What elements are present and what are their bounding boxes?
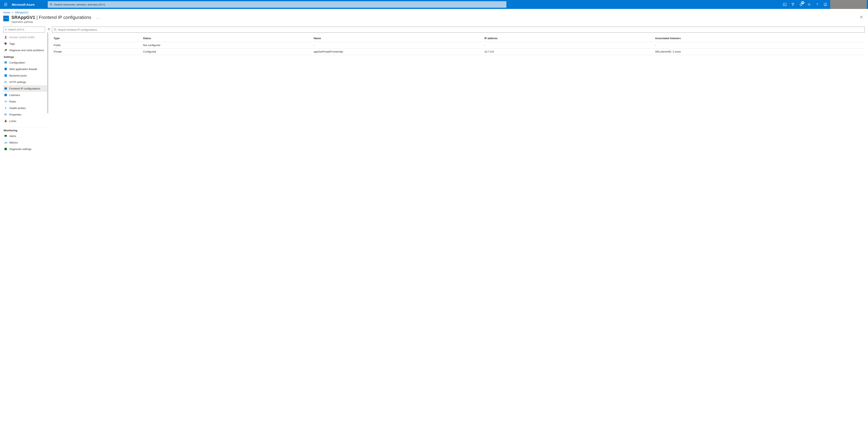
menu-item-label: Properties (9, 113, 21, 116)
diag-icon (4, 148, 7, 151)
menu-top-group: TagsDiagnose and solve problems (3, 40, 51, 54)
close-blade-button[interactable] (859, 15, 864, 19)
svg-point-3 (50, 3, 52, 5)
menu-item-diagnose-and-solve-problems[interactable]: Diagnose and solve problems (3, 47, 48, 54)
menu-sections: SettingsConfigurationWeb application fir… (3, 56, 51, 152)
resource-icon (3, 15, 9, 21)
cloud-shell-button[interactable] (781, 0, 789, 9)
svg-point-27 (5, 88, 5, 89)
cell-listeners: - (653, 42, 865, 48)
menu-item-label: Diagnostic settings (9, 148, 31, 151)
svg-point-29 (6, 88, 6, 89)
main-pane: TypeStatusNameIP addressAssociated liste… (51, 25, 868, 421)
svg-rect-34 (5, 135, 7, 137)
page-title-resource: SRAppGV1 (11, 15, 35, 20)
breadcrumb-bar: Home > SRAppGV1 (0, 9, 868, 14)
notifications-button[interactable]: 4 (797, 0, 805, 9)
menu-item-label: Listeners (9, 94, 20, 97)
svg-rect-20 (6, 74, 7, 75)
ip-icon (4, 87, 7, 90)
svg-point-23 (5, 81, 5, 81)
svg-point-32 (5, 107, 6, 108)
svg-point-24 (5, 82, 5, 82)
svg-rect-30 (5, 94, 5, 96)
cell-type: Private (52, 48, 141, 55)
breadcrumb-sep: > (11, 11, 14, 14)
menu-item-diagnostic-settings[interactable]: Diagnostic settings (3, 146, 48, 152)
svg-rect-33 (5, 121, 7, 122)
cell-name: - (312, 42, 483, 48)
svg-line-14 (6, 30, 7, 31)
cell-ip: - (483, 42, 654, 48)
shield-icon (4, 67, 7, 71)
page-subtitle: Application gateway (11, 21, 91, 23)
menu-item-label: Rules (9, 100, 16, 103)
menu-item-label: Access control (IAM) (9, 36, 34, 39)
col-type[interactable]: Type (52, 35, 141, 42)
table-search-input[interactable] (57, 27, 863, 32)
svg-point-9 (825, 4, 825, 4)
svg-point-13 (5, 29, 6, 30)
col-status[interactable]: Status (141, 35, 312, 42)
props-icon (4, 113, 7, 116)
account-button[interactable] (830, 0, 867, 9)
svg-point-25 (5, 83, 5, 83)
menu-item-alerts[interactable]: Alerts (3, 133, 48, 139)
col-associated-listeners[interactable]: Associated listeners (653, 35, 865, 42)
hamburger-menu[interactable] (1, 0, 10, 9)
menu-section-settings: Settings (3, 56, 51, 59)
menu-item-tags[interactable]: Tags (3, 40, 48, 47)
person-icon (4, 35, 7, 39)
breadcrumb-home[interactable]: Home (3, 11, 10, 14)
menu-item-metrics[interactable]: Metrics (3, 139, 48, 146)
table-row[interactable]: PrivateConfiguredappGwPrivateFrontendIp1… (52, 48, 865, 55)
search-icon (54, 28, 57, 31)
menu-item-web-application-firewall[interactable]: Web application firewall (3, 66, 48, 72)
menu-item-backend-pools[interactable]: Backend pools (3, 72, 48, 79)
table-search[interactable] (52, 27, 865, 33)
svg-rect-22 (6, 76, 7, 76)
cell-status: Not configured (141, 42, 312, 48)
menu-item-label: Backend pools (9, 74, 27, 77)
menu-item-http-settings[interactable]: HTTP settings (3, 79, 48, 85)
svg-rect-31 (6, 94, 7, 96)
menu-item-label: HTTP settings (9, 80, 26, 84)
menu-item-rules[interactable]: Rules (3, 98, 48, 105)
cell-ip: 10.7.0.6 (483, 48, 654, 55)
menu-search-input[interactable] (7, 27, 44, 32)
more-actions-button[interactable]: ··· (96, 17, 100, 21)
settings-button[interactable] (805, 0, 813, 9)
menu-item-locks[interactable]: Locks (3, 118, 48, 124)
svg-point-16 (5, 43, 5, 43)
collapse-menu-button[interactable] (48, 28, 50, 30)
tag-icon (4, 42, 7, 45)
svg-rect-18 (5, 63, 7, 63)
menu-item-label: Configuration (9, 61, 25, 64)
svg-point-10 (826, 4, 826, 4)
global-search[interactable] (48, 1, 506, 8)
menu-item-access-control[interactable]: Access control (IAM) (3, 34, 48, 40)
menu-item-health-probes[interactable]: Health probes (3, 105, 48, 111)
col-name[interactable]: Name (312, 35, 483, 42)
alert-icon (4, 134, 7, 138)
feedback-button[interactable] (821, 0, 830, 9)
menu-item-listeners[interactable]: Listeners (3, 92, 48, 98)
table-row[interactable]: PublicNot configured--- (52, 42, 865, 48)
wrench-icon (4, 48, 7, 52)
menu-item-properties[interactable]: Properties (3, 111, 48, 118)
metrics-icon (4, 141, 7, 144)
menu-item-frontend-ip-configurations[interactable]: Frontend IP configurations (3, 85, 48, 92)
menu-scrollbar[interactable] (47, 32, 48, 113)
global-search-input[interactable] (53, 1, 504, 8)
breadcrumb-current[interactable]: SRAppGV1 (15, 11, 29, 14)
brand-label[interactable]: Microsoft Azure (10, 3, 39, 6)
cell-listeners: SRListener80, 2 more (653, 48, 865, 55)
help-button[interactable] (813, 0, 821, 9)
config-icon (4, 61, 7, 64)
svg-point-8 (824, 3, 827, 6)
directory-filter-button[interactable] (789, 0, 797, 9)
pool-icon (4, 74, 7, 77)
col-ip-address[interactable]: IP address (483, 35, 654, 42)
menu-search[interactable] (3, 27, 45, 33)
menu-item-configuration[interactable]: Configuration (3, 59, 48, 66)
